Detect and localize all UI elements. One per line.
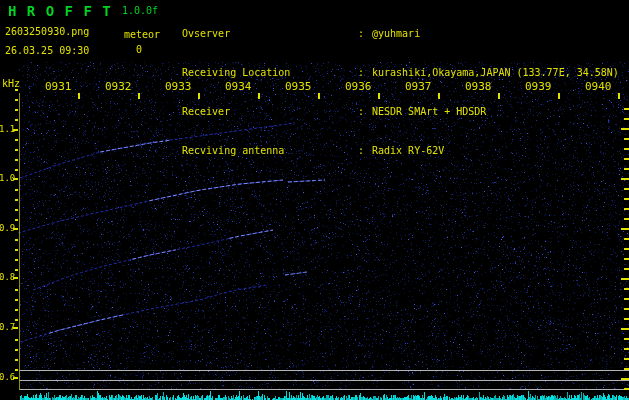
meteor-count-label: meteor xyxy=(124,29,160,40)
freq-minor-tick xyxy=(15,139,18,141)
output-filename: 2603250930.png xyxy=(5,26,89,37)
freq-minor-tick xyxy=(15,259,18,261)
freq-major-tick-right xyxy=(621,228,629,230)
freq-minor-tick-right xyxy=(624,168,629,170)
freq-major-tick xyxy=(13,129,18,131)
location-label: Receiving Location xyxy=(182,66,358,79)
time-tick xyxy=(378,93,380,99)
freq-minor-tick-right xyxy=(624,248,629,250)
freq-minor-tick xyxy=(15,219,18,221)
freq-minor-tick xyxy=(15,189,18,191)
freq-minor-tick-right xyxy=(624,268,629,270)
freq-minor-tick xyxy=(15,89,18,91)
freq-major-tick-right xyxy=(621,378,629,380)
freq-minor-tick xyxy=(15,239,18,241)
colon: : xyxy=(358,66,372,79)
freq-minor-tick-right xyxy=(624,318,629,320)
time-tick-label: 0937 xyxy=(405,80,432,93)
freq-minor-tick-right xyxy=(624,388,629,390)
time-tick xyxy=(498,93,500,99)
freq-minor-tick-right xyxy=(624,118,629,120)
freq-minor-tick xyxy=(15,149,18,151)
freq-minor-tick xyxy=(15,209,18,211)
freq-minor-tick xyxy=(15,199,18,201)
freq-major-tick-right xyxy=(621,128,629,130)
freq-minor-tick-right xyxy=(624,148,629,150)
freq-minor-tick-right xyxy=(624,108,629,110)
freq-minor-tick xyxy=(15,159,18,161)
freq-major-tick-right xyxy=(621,178,629,180)
freq-minor-tick-right xyxy=(624,138,629,140)
antenna-label: Recviving antenna xyxy=(182,144,358,157)
freq-minor-tick-right xyxy=(624,338,629,340)
app-version: 1.0.0f xyxy=(122,5,158,16)
freq-minor-tick-right xyxy=(624,258,629,260)
time-tick xyxy=(618,93,620,99)
freq-major-tick-right xyxy=(621,328,629,330)
freq-minor-tick xyxy=(15,99,18,101)
freq-major-tick xyxy=(13,377,18,379)
freq-minor-tick xyxy=(15,339,18,341)
time-tick-label: 0936 xyxy=(345,80,372,93)
freq-minor-tick-right xyxy=(624,288,629,290)
time-tick-label: 0935 xyxy=(285,80,312,93)
freq-minor-tick xyxy=(15,309,18,311)
freq-minor-tick xyxy=(15,119,18,121)
receiver-value: NESDR SMArt + HDSDR xyxy=(372,105,486,118)
location-row: Receiving Location:kurashiki,Okayama,JAP… xyxy=(182,66,619,79)
freq-minor-tick-right xyxy=(624,188,629,190)
time-tick-label: 0939 xyxy=(525,80,552,93)
freq-minor-tick xyxy=(15,109,18,111)
time-tick-label: 0931 xyxy=(45,80,72,93)
freq-minor-tick-right xyxy=(624,158,629,160)
observer-row: Ovserver:@yuhmari xyxy=(182,27,619,40)
colon: : xyxy=(358,144,372,157)
freq-major-tick xyxy=(13,327,18,329)
freq-major-tick xyxy=(13,228,18,230)
freq-minor-tick-right xyxy=(624,358,629,360)
antenna-row: Recviving antenna:Radix RY-62V xyxy=(182,144,619,157)
freq-minor-tick xyxy=(15,349,18,351)
time-tick xyxy=(258,93,260,99)
freq-tick-label: 0.8 xyxy=(0,272,13,282)
time-tick-label: 0932 xyxy=(105,80,132,93)
freq-major-tick xyxy=(13,277,18,279)
receiver-row: Receiver:NESDR SMArt + HDSDR xyxy=(182,105,619,118)
freq-major-tick-right xyxy=(621,278,629,280)
time-tick-label: 0940 xyxy=(585,80,612,93)
freq-tick-label: 1.0 xyxy=(0,173,13,183)
colon: : xyxy=(358,105,372,118)
freq-tick-label: 0.6 xyxy=(0,372,13,382)
freq-minor-tick-right xyxy=(624,308,629,310)
freq-tick-label: 0.7 xyxy=(0,322,13,332)
freq-minor-tick xyxy=(15,269,18,271)
freq-minor-tick-right xyxy=(624,298,629,300)
freq-minor-tick-right xyxy=(624,348,629,350)
observer-label: Ovserver xyxy=(182,27,358,40)
app-title: H R O F F T xyxy=(8,3,112,19)
time-tick xyxy=(138,93,140,99)
freq-minor-tick xyxy=(15,249,18,251)
freq-minor-tick-right xyxy=(624,238,629,240)
freq-minor-tick-right xyxy=(624,208,629,210)
freq-tick-label: 0.9 xyxy=(0,223,13,233)
time-tick-label: 0934 xyxy=(225,80,252,93)
freq-major-tick xyxy=(13,178,18,180)
freq-minor-tick-right xyxy=(624,198,629,200)
time-tick xyxy=(318,93,320,99)
time-tick xyxy=(558,93,560,99)
hrofft-window: H R O F F T 1.0.0f 2603250930.png meteor… xyxy=(0,0,629,400)
freq-minor-tick-right xyxy=(624,368,629,370)
time-tick xyxy=(438,93,440,99)
time-tick-label: 0933 xyxy=(165,80,192,93)
freq-minor-tick xyxy=(15,299,18,301)
freq-axis-line xyxy=(19,93,20,390)
freq-minor-tick xyxy=(15,359,18,361)
antenna-value: Radix RY-62V xyxy=(372,144,444,157)
location-value: kurashiki,Okayama,JAPAN (133.77E, 34.58N… xyxy=(372,66,619,79)
datetime-stamp: 26.03.25 09:30 xyxy=(5,45,89,56)
freq-axis-unit-label: kHz xyxy=(2,78,20,89)
time-tick xyxy=(78,93,80,99)
freq-minor-tick xyxy=(15,169,18,171)
time-tick xyxy=(198,93,200,99)
